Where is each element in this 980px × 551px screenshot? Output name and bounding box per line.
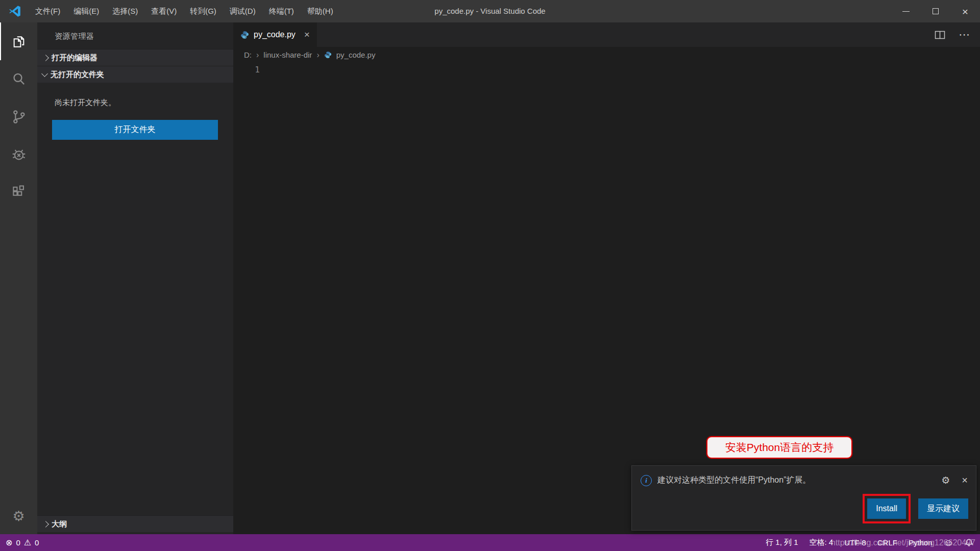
section-no-folder[interactable]: 无打开的文件夹 [37,66,233,83]
warning-count: 0 [35,538,39,547]
activitybar-extensions[interactable] [0,173,37,211]
section-no-folder-label: 无打开的文件夹 [51,70,104,80]
menu-terminal[interactable]: 终端(T) [262,0,301,22]
notifications-bell-icon[interactable] [965,538,973,547]
more-actions-icon[interactable]: ⋯ [959,28,971,41]
menu-bar: 文件(F) 编辑(E) 选择(S) 查看(V) 转到(G) 调试(D) 终端(T… [29,0,340,22]
window-controls: × [891,0,980,22]
section-outline-label: 大纲 [52,519,67,529]
open-folder-button[interactable]: 打开文件夹 [52,120,218,140]
settings-gear-icon: ⚙ [12,508,24,524]
show-suggestions-button[interactable]: 显示建议 [918,498,968,519]
editor-actions: ⋯ [935,22,971,47]
problems-status[interactable]: ⊗ 0 ⚠ 0 [0,538,39,547]
error-count: 0 [16,538,20,547]
breadcrumb: D: › linux-share-dir › py_code.py [233,47,980,63]
install-button[interactable]: Install [867,498,906,519]
activity-bar: ⚙ [0,22,37,534]
vscode-logo-icon [8,5,21,18]
explorer-files-icon [11,33,27,49]
explorer-sidebar: 资源管理器 打开的编辑器 无打开的文件夹 尚未打开文件夹。 打开文件夹 大纲 [37,22,233,534]
extensions-icon [11,184,27,201]
minimize-icon [902,11,910,12]
menu-debug[interactable]: 调试(D) [223,0,262,22]
indentation-status[interactable]: 空格: 4 [810,538,834,547]
menu-edit[interactable]: 编辑(E) [67,0,106,22]
notification-close-icon[interactable]: × [962,474,968,486]
breadcrumb-folder[interactable]: linux-share-dir [263,51,312,59]
breadcrumb-separator-icon: › [256,51,259,60]
notification-settings-gear-icon[interactable]: ⚙ [941,474,950,486]
close-icon: × [962,6,968,17]
source-control-branch-icon [11,109,27,125]
section-outline[interactable]: 大纲 [37,515,233,532]
encoding-status[interactable]: UTF-8 [844,538,866,547]
info-icon: i [641,475,652,486]
activitybar-source-control[interactable] [0,98,37,136]
line-ending-status[interactable]: CRLF [877,538,897,547]
maximize-button[interactable] [921,0,950,22]
notification-header: i 建议对这种类型的文件使用“Python”扩展。 ⚙ × [632,466,976,486]
menu-help[interactable]: 帮助(H) [301,0,340,22]
split-editor-icon[interactable] [935,31,945,39]
tutorial-annotation: 安装Python语言的支持 [706,436,852,459]
breadcrumb-drive[interactable]: D: [244,51,252,59]
search-icon [11,71,27,87]
activitybar-debug[interactable] [0,136,37,173]
activitybar-explorer[interactable] [0,22,37,60]
activitybar-search[interactable] [0,60,37,98]
menu-selection[interactable]: 选择(S) [106,0,144,22]
minimize-button[interactable] [891,0,921,22]
debug-bug-icon [11,146,27,163]
python-file-icon [240,31,249,39]
warning-icon: ⚠ [24,538,31,547]
window-title: py_code.py - Visual Studio Code [434,0,545,22]
tutorial-annotation-label: 安装Python语言的支持 [725,440,834,455]
cursor-position-status[interactable]: 行 1, 列 1 [766,538,798,547]
chevron-right-icon [42,521,49,528]
python-file-icon [324,51,332,59]
sidebar-title: 资源管理器 [37,22,233,49]
status-bar: ⊗ 0 ⚠ 0 https://blog.csdn.net/jiaolong12… [0,534,980,551]
breadcrumb-file[interactable]: py_code.py [336,51,376,59]
section-open-editors[interactable]: 打开的编辑器 [37,49,233,66]
menu-go[interactable]: 转到(G) [183,0,223,22]
notification-actions: Install 显示建议 [863,494,968,523]
notification-toast: i 建议对这种类型的文件使用“Python”扩展。 ⚙ × Install 显示… [631,465,976,531]
tab-close-icon[interactable]: × [304,29,310,40]
language-mode-status[interactable]: Python [909,538,933,547]
notification-message: 建议对这种类型的文件使用“Python”扩展。 [657,475,936,486]
chevron-down-icon [41,70,48,77]
feedback-smiley-icon[interactable]: ☺ [944,537,953,548]
activitybar-settings[interactable]: ⚙ [0,498,37,534]
maximize-icon [933,8,939,14]
install-highlight-box: Install [863,494,911,523]
error-icon: ⊗ [6,538,12,547]
section-open-editors-label: 打开的编辑器 [52,53,97,63]
close-window-button[interactable]: × [950,0,980,22]
code-area[interactable]: 1 [233,65,980,74]
line-number: 1 [233,65,260,74]
chevron-right-icon [42,55,49,61]
activity-bar-spacer [0,211,37,498]
title-bar: 文件(F) 编辑(E) 选择(S) 查看(V) 转到(G) 调试(D) 终端(T… [0,0,980,22]
no-folder-message: 尚未打开文件夹。 [55,98,233,108]
status-bar-right: 行 1, 列 1 空格: 4 UTF-8 CRLF Python ☺ [766,534,973,551]
tab-label: py_code.py [254,30,296,39]
menu-view[interactable]: 查看(V) [144,0,183,22]
editor-tab-bar: py_code.py × ⋯ [233,22,980,47]
menu-file[interactable]: 文件(F) [29,0,67,22]
tab-py-code[interactable]: py_code.py × [233,22,317,47]
breadcrumb-separator-icon: › [316,51,319,60]
editor-area: py_code.py × ⋯ D: › linux-share-dir › py… [233,22,980,534]
